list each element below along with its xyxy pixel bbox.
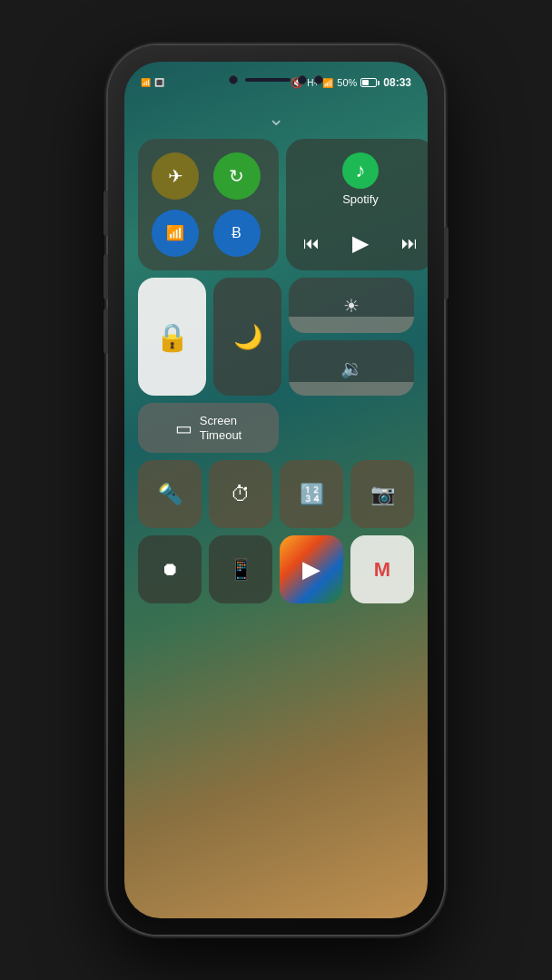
gmail-tile[interactable]: M <box>350 535 414 603</box>
spotify-icon: ♪ <box>356 159 366 182</box>
calculator-icon: 🔢 <box>300 483 324 506</box>
play-icon: ▶ <box>352 230 369 256</box>
camera-icon: 📷 <box>370 483 395 506</box>
spotify-prev-button[interactable]: ⏮ <box>295 227 328 260</box>
wifi-icon: 📶 <box>166 224 184 241</box>
battery-indicator <box>360 78 380 87</box>
volume-fill <box>289 382 414 396</box>
rotate-icon: ↻ <box>229 165 244 187</box>
spotify-logo: ♪ <box>342 152 379 189</box>
airplane-icon: ✈ <box>168 165 183 187</box>
screen-timeout-button[interactable]: ▭ ScreenTimeout <box>138 403 279 453</box>
screen-record-tile[interactable]: ⏺ <box>138 535 202 603</box>
spotify-top: ♪ Spotify <box>342 152 379 206</box>
notch-area <box>222 71 330 89</box>
next-icon: ⏭ <box>401 234 418 253</box>
wifi-button[interactable]: 📶 <box>152 210 199 257</box>
front-camera <box>298 75 307 84</box>
play-store-tile[interactable]: ▶ <box>280 535 343 603</box>
volume-icon: 🔉 <box>340 358 363 379</box>
airplane-mode-button[interactable]: ✈ <box>152 152 199 200</box>
brightness-fill <box>289 317 414 333</box>
screen-timeout-label: ScreenTimeout <box>200 414 242 442</box>
speaker-line <box>245 78 291 82</box>
lock-icon: 🔒 <box>155 321 189 353</box>
spotify-label: Spotify <box>342 192 379 206</box>
brightness-slider[interactable]: ☀ <box>289 278 414 333</box>
mobile-view-icon: 📱 <box>229 558 253 582</box>
middle-row: 🔒 🌙 ☀ 🔉 <box>138 278 414 396</box>
sliders-panel: ☀ 🔉 <box>289 278 414 396</box>
rotation-button[interactable]: ↻ <box>213 152 261 200</box>
volume-slider[interactable]: 🔉 <box>289 340 414 396</box>
battery-fill <box>362 80 369 85</box>
spotify-play-button[interactable]: ▶ <box>344 227 377 260</box>
spotify-panel: ♪ Spotify ⏮ ▶ ⏭ <box>286 139 428 270</box>
phone-screen: 📶 🔳 🔇 H+ 📶 50% 08:33 ⌄ <box>124 62 428 918</box>
signal-icon: 📶 <box>141 78 151 87</box>
control-panel: ✈ ↻ 📶 Ƀ ♪ <box>138 139 414 905</box>
calculator-tile[interactable]: 🔢 <box>280 460 343 528</box>
spotify-controls: ⏮ ▶ ⏭ <box>295 227 426 260</box>
flashlight-tile[interactable]: 🔦 <box>138 460 202 528</box>
camera-tile[interactable]: 📷 <box>350 460 414 528</box>
brightness-icon: ☀ <box>343 295 360 317</box>
chevron-down-icon[interactable]: ⌄ <box>268 107 284 131</box>
do-not-disturb-button[interactable]: 🌙 <box>213 278 281 396</box>
wifi-status-icon: 🔳 <box>154 78 164 87</box>
spotify-next-button[interactable]: ⏭ <box>393 227 426 260</box>
clock: 08:33 <box>383 76 411 89</box>
quick-tiles-row-2: ⏺ 📱 ▶ M <box>138 535 414 603</box>
connectivity-panel: ✈ ↻ 📶 Ƀ <box>138 139 279 270</box>
gmail-icon: M <box>374 558 390 582</box>
bluetooth-button[interactable]: Ƀ <box>213 210 261 257</box>
prev-icon: ⏮ <box>303 234 320 253</box>
flashlight-icon: 🔦 <box>158 483 182 506</box>
moon-icon: 🌙 <box>233 323 262 351</box>
lock-rotation-button[interactable]: 🔒 <box>138 278 206 396</box>
mobile-view-tile[interactable]: 📱 <box>209 535 272 603</box>
timer-icon: ⏱ <box>231 483 251 506</box>
screen-timeout-icon: ▭ <box>175 417 192 439</box>
screen-record-icon: ⏺ <box>161 559 179 580</box>
battery-percent: 50% <box>337 77 357 88</box>
phone-frame: 📶 🔳 🔇 H+ 📶 50% 08:33 ⌄ <box>108 45 444 935</box>
status-left: 📶 🔳 <box>141 78 164 87</box>
play-store-icon: ▶ <box>302 555 320 583</box>
top-row: ✈ ↻ 📶 Ƀ ♪ <box>138 139 414 270</box>
screen-timeout-row: ▭ ScreenTimeout <box>138 403 414 453</box>
camera-dot <box>229 75 238 84</box>
bluetooth-icon: Ƀ <box>232 224 242 241</box>
quick-tiles-row-1: 🔦 ⏱ 🔢 📷 <box>138 460 414 528</box>
sensor-dot <box>314 75 323 84</box>
timer-tile[interactable]: ⏱ <box>209 460 272 528</box>
battery-tip <box>378 81 380 85</box>
